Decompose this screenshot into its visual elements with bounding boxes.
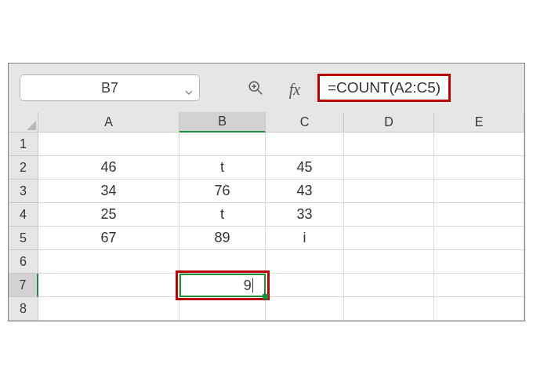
row-header-8[interactable]: 8 bbox=[9, 297, 38, 321]
cell-A7[interactable] bbox=[38, 274, 179, 297]
name-box[interactable]: B7 bbox=[20, 74, 200, 101]
zoom-audit-icon[interactable] bbox=[247, 79, 264, 96]
cell-B4[interactable]: t bbox=[179, 203, 266, 227]
spreadsheet-grid[interactable]: ABCDE 12345678 46t4534764325t336789i9 bbox=[9, 112, 524, 321]
cell-E6[interactable] bbox=[434, 250, 524, 274]
cell-E3[interactable] bbox=[434, 180, 524, 203]
row-header-2[interactable]: 2 bbox=[9, 156, 38, 180]
cell-D3[interactable] bbox=[344, 180, 434, 203]
cell-C2[interactable]: 45 bbox=[266, 156, 344, 180]
column-header-E[interactable]: E bbox=[434, 112, 524, 132]
cell-D1[interactable] bbox=[344, 132, 434, 156]
cell-C6[interactable] bbox=[266, 250, 344, 274]
cell-B3[interactable]: 76 bbox=[179, 180, 266, 203]
row-header-4[interactable]: 4 bbox=[9, 203, 38, 227]
cell-A5[interactable]: 67 bbox=[38, 227, 179, 250]
cell-D7[interactable] bbox=[344, 274, 434, 297]
row-headers: 12345678 bbox=[9, 132, 38, 321]
cell-D4[interactable] bbox=[344, 203, 434, 227]
cell-E1[interactable] bbox=[434, 132, 524, 156]
cell-E7[interactable] bbox=[434, 274, 524, 297]
row-header-7[interactable]: 7 bbox=[9, 274, 38, 297]
column-header-A[interactable]: A bbox=[38, 112, 179, 132]
column-header-D[interactable]: D bbox=[344, 112, 434, 132]
dropdown-icon[interactable] bbox=[185, 84, 193, 92]
formula-bar-input[interactable]: =COUNT(A2:C5) bbox=[317, 74, 451, 102]
cell-A4[interactable]: 25 bbox=[38, 203, 179, 227]
cell-B8[interactable] bbox=[179, 297, 266, 321]
row-header-1[interactable]: 1 bbox=[9, 132, 38, 156]
row-header-6[interactable]: 6 bbox=[9, 250, 38, 274]
name-box-value: B7 bbox=[101, 80, 118, 96]
svg-line-1 bbox=[258, 90, 263, 95]
cell-E5[interactable] bbox=[434, 227, 524, 250]
select-all-corner[interactable] bbox=[9, 112, 38, 132]
cell-D2[interactable] bbox=[344, 156, 434, 180]
cell-D5[interactable] bbox=[344, 227, 434, 250]
cell-C7[interactable] bbox=[266, 274, 344, 297]
cells-area[interactable]: 46t4534764325t336789i9 bbox=[38, 132, 524, 321]
cell-B1[interactable] bbox=[179, 132, 266, 156]
cell-B6[interactable] bbox=[179, 250, 266, 274]
cell-A2[interactable]: 46 bbox=[38, 156, 179, 180]
cell-A3[interactable]: 34 bbox=[38, 180, 179, 203]
row-header-3[interactable]: 3 bbox=[9, 180, 38, 203]
cell-C8[interactable] bbox=[266, 297, 344, 321]
cell-E2[interactable] bbox=[434, 156, 524, 180]
cell-C1[interactable] bbox=[266, 132, 344, 156]
cell-A8[interactable] bbox=[38, 297, 179, 321]
cell-C4[interactable]: 33 bbox=[266, 203, 344, 227]
column-headers: ABCDE bbox=[38, 112, 524, 132]
row-header-5[interactable]: 5 bbox=[9, 227, 38, 250]
fx-icon[interactable]: fx bbox=[286, 81, 303, 98]
formula-bar-toolbar: B7 fx =COUNT(A2:C5) bbox=[9, 64, 524, 112]
app-window: B7 fx =COUNT(A2:C5) ABCDE 12345678 46t45… bbox=[8, 63, 525, 321]
column-header-B[interactable]: B bbox=[179, 112, 266, 132]
cell-D8[interactable] bbox=[344, 297, 434, 321]
fill-handle[interactable] bbox=[263, 294, 268, 299]
formula-bar-value: =COUNT(A2:C5) bbox=[328, 79, 441, 96]
cell-B2[interactable]: t bbox=[179, 156, 266, 180]
text-cursor bbox=[252, 278, 253, 292]
cell-C3[interactable]: 43 bbox=[266, 180, 344, 203]
column-header-C[interactable]: C bbox=[266, 112, 344, 132]
cell-A1[interactable] bbox=[38, 132, 179, 156]
cell-B5[interactable]: 89 bbox=[179, 227, 266, 250]
cell-D6[interactable] bbox=[344, 250, 434, 274]
cell-A6[interactable] bbox=[38, 250, 179, 274]
cell-E8[interactable] bbox=[434, 297, 524, 321]
cell-C5[interactable]: i bbox=[266, 227, 344, 250]
cell-E4[interactable] bbox=[434, 203, 524, 227]
active-cell-value: 9 bbox=[244, 278, 252, 294]
active-cell[interactable]: 9 bbox=[179, 274, 266, 297]
